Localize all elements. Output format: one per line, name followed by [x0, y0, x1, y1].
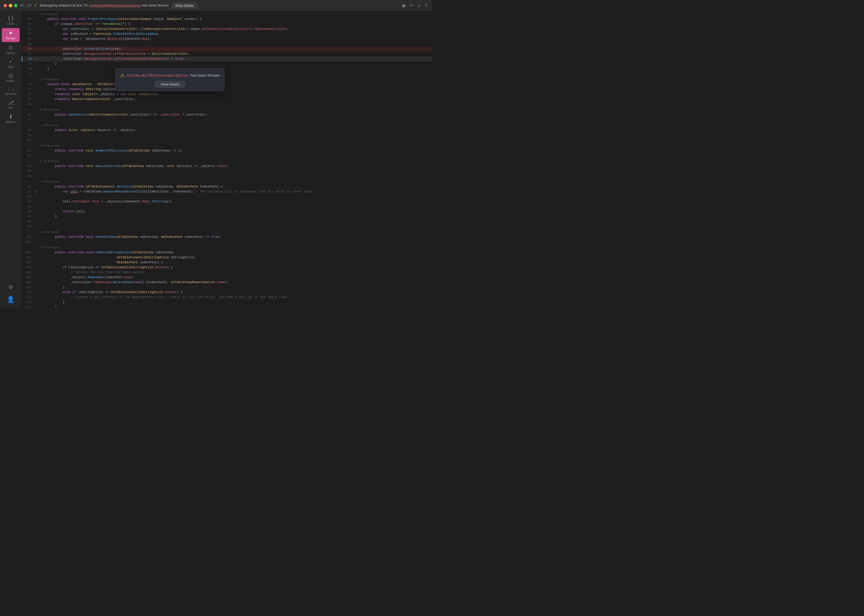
code-line-97: 97 } — [22, 214, 432, 219]
code-line-111: 111 // Create a new instance of the appr… — [22, 295, 432, 300]
code-line-87: 87 — [22, 153, 432, 158]
avatar-button[interactable]: 👤 — [7, 294, 15, 305]
sidebar-bottom: ⚙ 👤 — [7, 282, 15, 308]
popup-header: ⚠ System.NullReferenceException has been… — [120, 72, 220, 78]
popup-show-details-button[interactable]: Show Details — [155, 81, 185, 88]
code-line-112: 112 } — [22, 300, 432, 305]
code-line-96: 96 return cell; — [22, 209, 432, 214]
code-line-89: 89 — [22, 169, 432, 174]
exception-link[interactable]: System.NullReferenceException — [90, 3, 141, 7]
code-icon: {} — [7, 16, 14, 21]
show-details-button[interactable]: Show Details — [172, 3, 197, 8]
code-line-108: 108 _controller.TableView.DeleteRows(new… — [22, 280, 432, 285]
sidebar-item-profile[interactable]: ◎ Profile — [0, 71, 21, 85]
code-line-110: 110 else if (editingStyle == UITableView… — [22, 290, 432, 295]
debug-info: 96 : 22 ⚡ Debugging stopped at line 72: … — [20, 3, 400, 8]
code-line-74: 74 } — [22, 66, 432, 71]
exception-popup: ⚠ System.NullReferenceException has been… — [115, 68, 225, 91]
code-line-79: 79 readonly MasterViewController _contro… — [22, 97, 432, 102]
sidebar-item-services[interactable]: ⋮⋮ Services — [0, 85, 21, 98]
code-line-64: 64 public override void PrepareForSegue(… — [22, 17, 432, 22]
code-line-85: 85 — [22, 138, 432, 143]
code-line-100: 100 public override bool CanEditRow(UITa… — [22, 234, 432, 240]
code-line-65: 65 if (segue.Identifier == "showDetail")… — [22, 22, 432, 27]
ref-label-100: 1 references — [22, 229, 432, 234]
code-line-113: 113 } — [22, 305, 432, 308]
code-line-81: 81 public DataSource(MasterViewControlle… — [22, 112, 432, 117]
debug-icon: ⊙ — [8, 45, 13, 50]
ref-label-91: 1 references — [22, 179, 432, 184]
minimize-button[interactable] — [9, 4, 12, 7]
sidebar-item-test[interactable]: ✓ Test — [0, 57, 21, 71]
code-line-68: 68 var item = _dataSource.Objects[indexP… — [22, 36, 432, 42]
code-line-82: 82 — [22, 117, 432, 122]
code-line-106: 106 // Delete the row from the data sour… — [22, 270, 432, 275]
ref-label-76: 2 references — [22, 76, 432, 82]
sidebar-label-design: Design — [6, 36, 16, 40]
settings-button[interactable]: ⚙ — [7, 282, 15, 292]
sidebar-label-services: Services — [5, 92, 16, 95]
design-icon: ✦ — [8, 30, 13, 36]
code-editor[interactable]: 1 reference 64 public override void Prep… — [22, 11, 432, 308]
code-line-71: 71 controller.NavigationItem.LeftBarButt… — [22, 52, 432, 57]
code-line-80: 80 — [22, 102, 432, 107]
sidebar-label-debug: Debug — [6, 51, 15, 54]
close-button[interactable] — [3, 4, 7, 7]
step-out-button[interactable]: ↑ — [425, 3, 429, 8]
line-col-info: 96 : 22 — [20, 3, 31, 7]
title-bar: 96 : 22 ⚡ Debugging stopped at line 72: … — [0, 0, 432, 11]
sidebar-item-code[interactable]: {} Code — [0, 13, 21, 27]
code-line-88: 88 public override nint RowsInSection(UI… — [22, 164, 432, 169]
code-line-86: 86 public override nint NumberOfSections… — [22, 148, 432, 153]
code-line-77: 77 static readonly NSString CellIdentifi… — [22, 87, 432, 92]
test-icon: ✓ — [8, 59, 13, 64]
profile-icon: ◎ — [8, 73, 13, 79]
code-line-109: 109 } — [22, 285, 432, 290]
code-area: 1 reference 64 public override void Prep… — [22, 11, 432, 308]
deploy-icon: ⬆ — [8, 114, 13, 119]
code-line-105: 105 if (editingStyle == UITableViewCellE… — [22, 265, 432, 270]
sidebar-label-deploy: Deploy — [6, 120, 16, 123]
step-over-button[interactable]: ↩ — [410, 3, 413, 8]
sidebar-label-git: Git — [9, 106, 13, 109]
popup-message: has been thrown — [190, 74, 220, 77]
sidebar-label-code: Code — [7, 22, 14, 25]
sidebar-label-test: Test — [8, 65, 13, 68]
debug-message: Debugging stopped at line 72: System.Nul… — [40, 3, 169, 7]
git-icon: ⎇ — [8, 100, 14, 105]
sidebar: {} Code ✦ Design ⊙ Debug ✓ Test ◎ Profil… — [0, 11, 22, 308]
code-line-107: 107 _objects.RemoveAt(indexPath.Row); — [22, 275, 432, 280]
code-line-78: 78 readonly List <object> _objects = new… — [22, 92, 432, 97]
code-line-67: 67 var indexPath = TableView.IndexPathFo… — [22, 31, 432, 36]
code-line-70: 70 controller.SetDetailItem(item); — [22, 47, 432, 52]
code-line-76: 76 sealed class DataSource : UITableView… — [22, 82, 432, 87]
code-line-104: 104 NSIndexPath indexPath) { — [22, 260, 432, 265]
maximize-button[interactable] — [14, 4, 17, 7]
popup-warning-icon: ⚠ — [120, 72, 124, 78]
sidebar-item-git[interactable]: ⎇ Git — [0, 98, 21, 112]
code-line-98: 98 — [22, 219, 432, 224]
code-line-99: 99 — [22, 224, 432, 229]
code-line-75: 75 — [22, 71, 432, 76]
warning-icon: ⚡ — [34, 3, 37, 8]
code-line-83: 83 public IList <object> Objects => _obj… — [22, 128, 432, 133]
sidebar-item-design[interactable]: ✦ Design — [2, 28, 20, 42]
play-button[interactable]: ▶ — [402, 3, 406, 8]
step-into-button[interactable]: ↓ — [417, 3, 421, 8]
sidebar-item-deploy[interactable]: ⬆ Deploy — [0, 112, 21, 126]
code-line-66: 66 var controller = (DetailViewControlle… — [22, 27, 432, 31]
code-line-93: 93 — [22, 194, 432, 199]
sidebar-item-debug[interactable]: ⊙ Debug — [0, 43, 21, 57]
ref-label-86: 2 references — [22, 143, 432, 148]
code-line-101: 101 — [22, 240, 432, 245]
code-line-102: 102 public override void CommitEditingSt… — [22, 250, 432, 255]
code-line-72: 72 → controller.NavigationItem.LeftItems… — [22, 57, 432, 61]
code-line-94: 94 cell.TextLabel.Text = _objects[indexP… — [22, 199, 432, 204]
code-line-92: 92 ⚠ var cell = tableView.DequeueReusabl… — [22, 189, 432, 194]
code-line-91: 91 public override UITableViewCell GetCe… — [22, 184, 432, 189]
settings-icon: ⚙ — [8, 284, 13, 290]
code-line-103: 103 UITableViewCellEditingStyle editingS… — [22, 255, 432, 260]
code-line-73: 73 } — [22, 61, 432, 66]
code-line-69: 69 — [22, 42, 432, 47]
avatar-icon: 👤 — [7, 296, 15, 303]
